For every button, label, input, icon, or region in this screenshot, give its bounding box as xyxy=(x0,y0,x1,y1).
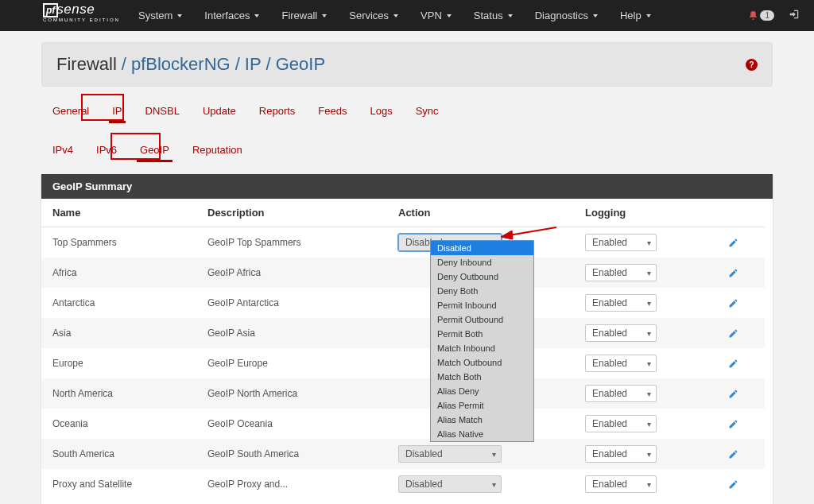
chevron-down-icon xyxy=(177,14,182,17)
action-option[interactable]: Alias Deny xyxy=(431,384,533,398)
row-logging-cell: Enabled xyxy=(574,227,717,258)
brand-text: sense xyxy=(56,2,95,17)
notifications-button[interactable]: 1 xyxy=(748,10,774,21)
action-option[interactable]: Permit Outbound xyxy=(431,312,533,327)
row-logging-cell: Enabled xyxy=(574,378,717,409)
nav-item-interfaces[interactable]: Interfaces xyxy=(195,2,269,29)
action-option[interactable]: Deny Inbound xyxy=(431,255,533,269)
action-option[interactable]: Match Outbound xyxy=(431,355,533,370)
row-name: Africa xyxy=(41,258,196,288)
tab-reports[interactable]: Reports xyxy=(248,99,307,122)
edit-button[interactable] xyxy=(717,318,765,348)
tab-sync[interactable]: Sync xyxy=(405,99,450,122)
row-description: GeoIP Asia xyxy=(196,318,387,348)
action-dropdown-list[interactable]: DisabledDeny InboundDeny OutboundDeny Bo… xyxy=(430,240,534,442)
pencil-icon xyxy=(728,268,738,278)
action-option[interactable]: Alias Native xyxy=(431,427,533,441)
tab-ip[interactable]: IP xyxy=(101,99,133,122)
action-option[interactable]: Alias Match xyxy=(431,413,533,427)
edit-button[interactable] xyxy=(717,469,765,499)
logging-select[interactable]: Enabled xyxy=(585,475,657,493)
action-option[interactable]: Permit Inbound xyxy=(431,298,533,312)
chevron-down-icon xyxy=(593,14,598,17)
action-option[interactable]: Match Both xyxy=(431,370,533,384)
row-logging-cell: Enabled xyxy=(574,439,717,469)
page-header: Firewall / pfBlockerNG / IP / GeoIP ? xyxy=(41,42,773,87)
svg-marker-1 xyxy=(501,231,513,239)
panel-title: GeoIP Summary xyxy=(41,174,773,199)
tab-ipv6[interactable]: IPv6 xyxy=(85,138,128,161)
row-name: Asia xyxy=(41,318,196,348)
edit-button[interactable] xyxy=(717,409,765,439)
row-logging-cell: Enabled xyxy=(574,258,717,288)
pencil-icon xyxy=(728,419,738,429)
nav-item-status[interactable]: Status xyxy=(464,2,522,29)
action-option[interactable]: Deny Outbound xyxy=(431,269,533,284)
edit-button[interactable] xyxy=(717,348,765,378)
bell-icon xyxy=(748,10,758,21)
logging-select[interactable]: Enabled xyxy=(585,264,657,281)
nav-item-system[interactable]: System xyxy=(129,2,192,29)
tabs-primary: GeneralIPDNSBLUpdateReportsFeedsLogsSync xyxy=(41,87,773,126)
logging-select[interactable]: Enabled xyxy=(585,234,657,251)
row-description: GeoIP Antarctica xyxy=(196,288,387,318)
nav-item-diagnostics[interactable]: Diagnostics xyxy=(525,2,607,29)
row-name: South America xyxy=(41,439,196,469)
nav-item-vpn[interactable]: VPN xyxy=(411,2,461,29)
action-option[interactable]: Permit Both xyxy=(431,327,533,341)
tab-feeds[interactable]: Feeds xyxy=(307,99,358,122)
row-logging-cell: Enabled xyxy=(574,288,717,318)
nav-item-firewall[interactable]: Firewall xyxy=(272,2,336,29)
edit-button[interactable] xyxy=(717,227,765,258)
logging-select[interactable]: Enabled xyxy=(585,294,657,312)
brand-logo[interactable]: pfsense COMMUNITY EDITION xyxy=(43,2,120,22)
logout-icon xyxy=(789,9,800,20)
logging-select[interactable]: Enabled xyxy=(585,324,657,342)
action-option[interactable]: Deny Both xyxy=(431,284,533,298)
row-action-cell: Disabled xyxy=(387,439,574,469)
nav-item-services[interactable]: Services xyxy=(339,2,408,29)
row-name: Proxy and Satellite xyxy=(41,469,196,499)
logout-button[interactable] xyxy=(789,9,800,22)
edit-button[interactable] xyxy=(717,378,765,409)
tab-geoip[interactable]: GeoIP xyxy=(129,138,180,161)
tab-dnsbl[interactable]: DNSBL xyxy=(134,99,191,122)
tab-update[interactable]: Update xyxy=(192,99,247,122)
action-option[interactable]: Alias Permit xyxy=(431,398,533,413)
action-select[interactable]: Disabled xyxy=(398,475,502,493)
row-description: GeoIP Oceania xyxy=(196,409,387,439)
row-logging-cell: Enabled xyxy=(574,348,717,378)
chevron-down-icon xyxy=(393,14,398,17)
tab-reputation[interactable]: Reputation xyxy=(181,138,254,161)
logging-select[interactable]: Enabled xyxy=(585,445,657,463)
tab-ipv4[interactable]: IPv4 xyxy=(41,138,84,161)
chevron-down-icon xyxy=(508,14,513,17)
logging-select[interactable]: Enabled xyxy=(585,415,657,432)
chevron-down-icon xyxy=(646,14,651,17)
row-name: Europe xyxy=(41,348,196,378)
action-select[interactable]: Disabled xyxy=(398,445,502,463)
logging-select[interactable]: Enabled xyxy=(585,385,657,402)
tab-general[interactable]: General xyxy=(41,99,100,122)
column-header: Action xyxy=(387,199,574,227)
edit-button[interactable] xyxy=(717,288,765,318)
help-icon[interactable]: ? xyxy=(746,59,758,71)
action-option[interactable]: Match Inbound xyxy=(431,341,533,355)
breadcrumb-link[interactable]: IP xyxy=(245,54,262,75)
tab-logs[interactable]: Logs xyxy=(359,99,404,122)
pencil-icon xyxy=(728,479,738,490)
edit-button[interactable] xyxy=(717,439,765,469)
action-option[interactable]: Disabled xyxy=(431,241,533,255)
breadcrumb-root: Firewall xyxy=(56,54,117,75)
row-name: North America xyxy=(41,378,196,409)
pencil-icon xyxy=(728,238,738,248)
svg-line-0 xyxy=(509,227,556,235)
pencil-icon xyxy=(728,328,738,339)
edit-button[interactable] xyxy=(717,258,765,288)
chevron-down-icon xyxy=(322,14,327,17)
nav-item-help[interactable]: Help xyxy=(610,2,661,29)
row-action-cell: Disabled xyxy=(387,469,574,499)
breadcrumb-current[interactable]: GeoIP xyxy=(276,54,325,75)
logging-select[interactable]: Enabled xyxy=(585,355,657,372)
breadcrumb-link[interactable]: pfBlockerNG xyxy=(131,54,231,75)
